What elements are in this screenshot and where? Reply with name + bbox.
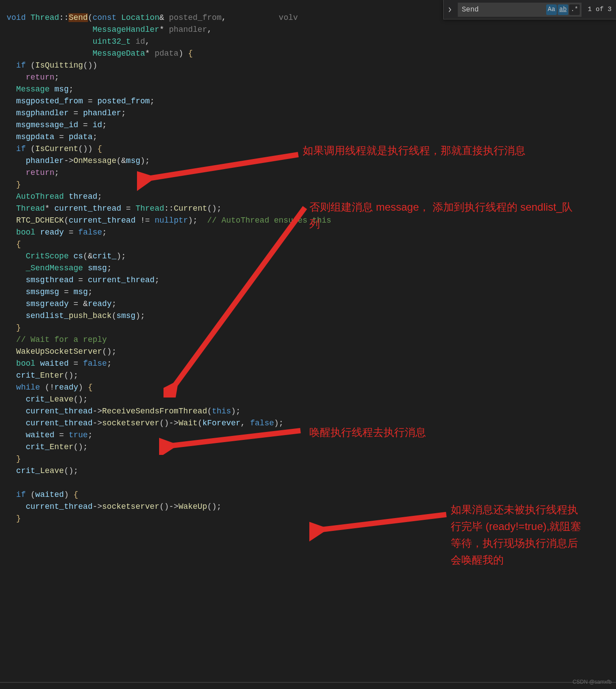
paren: ) bbox=[231, 407, 236, 416]
comma: , bbox=[145, 37, 150, 46]
type: AutoThread bbox=[16, 192, 64, 201]
paren: ) bbox=[88, 144, 93, 153]
semi: ; bbox=[107, 359, 112, 368]
paren: () bbox=[73, 395, 83, 404]
op: = bbox=[68, 228, 73, 237]
paren: ( bbox=[112, 311, 117, 320]
op: = bbox=[59, 132, 64, 141]
horizontal-scrollbar[interactable] bbox=[0, 682, 616, 683]
paren: () bbox=[64, 466, 74, 475]
paren: ( bbox=[64, 216, 69, 225]
semi: ; bbox=[121, 109, 126, 117]
paren: ( bbox=[207, 407, 212, 416]
comment: // Wait for a reply bbox=[16, 335, 107, 344]
paren: ) bbox=[92, 61, 97, 70]
paren: ) bbox=[78, 383, 83, 392]
keyword: return bbox=[26, 73, 54, 82]
function: Leave bbox=[49, 395, 73, 404]
op: -> bbox=[92, 407, 102, 416]
keyword: void bbox=[7, 13, 26, 22]
function: IsQuitting bbox=[35, 61, 83, 70]
paren: () bbox=[83, 61, 93, 70]
keyword: const bbox=[92, 13, 116, 22]
function: push_back bbox=[68, 311, 111, 320]
var: sendlist_ bbox=[26, 311, 68, 320]
var: ready bbox=[88, 299, 112, 308]
type: Thread bbox=[30, 13, 59, 22]
op: -> bbox=[92, 502, 102, 511]
semi: ; bbox=[141, 311, 145, 320]
semi: ; bbox=[150, 97, 155, 106]
var: msg bbox=[16, 109, 30, 117]
var: waited bbox=[26, 431, 54, 439]
type: Message bbox=[16, 85, 50, 94]
var: id bbox=[92, 121, 102, 129]
op: = bbox=[126, 204, 131, 213]
brace: { bbox=[188, 49, 193, 58]
comma: , bbox=[207, 25, 212, 34]
paren: ) bbox=[136, 311, 141, 320]
function: Current bbox=[174, 204, 207, 213]
paren: () bbox=[73, 443, 83, 451]
param: phandler bbox=[169, 25, 207, 34]
op: & bbox=[83, 299, 88, 308]
keyword: false bbox=[78, 228, 102, 237]
semi: ; bbox=[97, 192, 102, 201]
semi: ; bbox=[121, 252, 126, 261]
paren: ) bbox=[64, 490, 69, 499]
field: pdata bbox=[30, 132, 54, 141]
code-editor[interactable]: void Thread::Send(const Location& posted… bbox=[0, 0, 616, 682]
semi: ; bbox=[279, 419, 284, 428]
op: * bbox=[45, 204, 49, 213]
semi: ; bbox=[54, 168, 59, 177]
paren: ( bbox=[45, 383, 49, 392]
semi: ; bbox=[88, 431, 93, 439]
param: id bbox=[136, 37, 145, 46]
keyword: false bbox=[250, 419, 274, 428]
var: current_thread bbox=[26, 502, 92, 511]
var: crit_ bbox=[92, 252, 116, 261]
keyword: if bbox=[16, 61, 26, 70]
type: MessageData bbox=[92, 49, 145, 58]
var: ready bbox=[54, 383, 78, 392]
field: posted_from bbox=[30, 97, 83, 106]
var: smsg bbox=[88, 264, 107, 273]
function: Leave bbox=[40, 466, 64, 475]
paren: ( bbox=[198, 419, 202, 428]
match-case-toggle[interactable]: Aa bbox=[546, 4, 557, 15]
op: & bbox=[88, 252, 93, 261]
var: smsg bbox=[116, 311, 135, 320]
function: ReceiveSendsFromThread bbox=[102, 407, 207, 416]
var: current_thread bbox=[54, 204, 121, 213]
function: Enter bbox=[49, 443, 73, 451]
match-whole-word-toggle[interactable]: ab bbox=[558, 4, 568, 15]
chevron-right-icon bbox=[447, 7, 452, 12]
semi: ; bbox=[107, 264, 112, 273]
regex-toggle[interactable]: .* bbox=[569, 4, 580, 15]
function-name-highlight: Send bbox=[68, 13, 87, 22]
comma: , bbox=[221, 13, 226, 22]
keyword: true bbox=[68, 431, 87, 439]
keyword: false bbox=[83, 359, 107, 368]
brace: { bbox=[88, 383, 93, 392]
keyword: if bbox=[16, 144, 26, 153]
find-widget[interactable]: Aa ab .* 1 of 3 bbox=[443, 0, 616, 19]
type: CritScope bbox=[26, 252, 68, 261]
semi: ; bbox=[68, 85, 73, 94]
var: ready bbox=[40, 228, 64, 237]
paren: ( bbox=[30, 490, 35, 499]
op: -> bbox=[169, 419, 179, 428]
brace: } bbox=[16, 454, 21, 463]
brace: { bbox=[16, 240, 21, 249]
find-toggle-replace[interactable] bbox=[444, 0, 456, 19]
keyword: nullptr bbox=[155, 216, 188, 225]
op: = bbox=[59, 431, 64, 439]
var: crit_ bbox=[16, 466, 40, 475]
op: * bbox=[145, 49, 150, 58]
find-match-count: 1 of 3 bbox=[583, 4, 616, 15]
paren: ) bbox=[274, 419, 279, 428]
var: phandler bbox=[83, 109, 121, 117]
var: phandler bbox=[26, 156, 64, 165]
semi: ; bbox=[217, 204, 221, 213]
var: pdata bbox=[68, 132, 92, 141]
